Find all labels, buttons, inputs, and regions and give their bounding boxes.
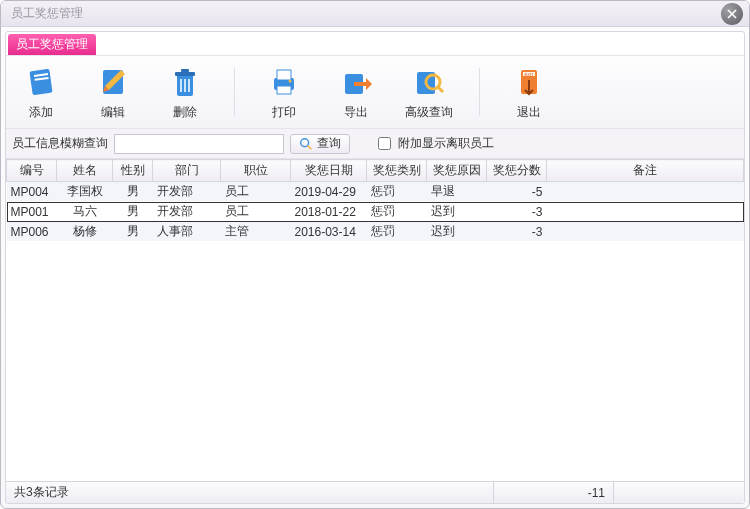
status-sum: -11 xyxy=(494,482,614,503)
cell-id: MP001 xyxy=(7,202,57,222)
cell-remark xyxy=(547,182,744,202)
app-window: 员工奖惩管理 员工奖惩管理 添加 编辑 xyxy=(0,0,750,509)
table-row[interactable]: MP006杨修男人事部主管2016-03-14惩罚迟到-3 xyxy=(7,222,744,242)
cell-gender: 男 xyxy=(113,182,153,202)
toolbar-separator xyxy=(479,68,480,116)
status-spacer xyxy=(614,482,744,503)
column-header[interactable]: 职位 xyxy=(221,160,291,182)
cell-score: -3 xyxy=(487,222,547,242)
search-bar: 员工信息模糊查询 查询 附加显示离职员工 xyxy=(6,129,744,159)
cell-pos: 主管 xyxy=(221,222,291,242)
column-header[interactable]: 备注 xyxy=(547,160,744,182)
svg-line-18 xyxy=(438,87,443,92)
titlebar: 员工奖惩管理 xyxy=(1,1,749,27)
cell-remark xyxy=(547,202,744,222)
cell-pos: 员工 xyxy=(221,202,291,222)
column-header[interactable]: 奖惩原因 xyxy=(427,160,487,182)
cell-reason: 迟到 xyxy=(427,222,487,242)
cell-dept: 人事部 xyxy=(153,222,221,242)
cell-id: MP004 xyxy=(7,182,57,202)
table-header: 编号姓名性别部门职位奖惩日期奖惩类别奖惩原因奖惩分数备注 xyxy=(7,160,744,182)
edit-button[interactable]: 编辑 xyxy=(90,64,136,121)
search-input[interactable] xyxy=(114,134,284,154)
cell-pos: 员工 xyxy=(221,182,291,202)
cell-name: 杨修 xyxy=(57,222,113,242)
column-header[interactable]: 奖惩分数 xyxy=(487,160,547,182)
exit-icon: EXIT xyxy=(511,64,547,100)
cell-gender: 男 xyxy=(113,202,153,222)
export-label: 导出 xyxy=(344,104,368,121)
cell-dept: 开发部 xyxy=(153,182,221,202)
exit-label: 退出 xyxy=(517,104,541,121)
column-header[interactable]: 奖惩类别 xyxy=(367,160,427,182)
content-area: 员工奖惩管理 添加 编辑 xyxy=(1,27,749,508)
print-label: 打印 xyxy=(272,104,296,121)
search-icon xyxy=(411,64,447,100)
add-button[interactable]: 添加 xyxy=(18,64,64,121)
column-header[interactable]: 部门 xyxy=(153,160,221,182)
magnifier-icon xyxy=(299,137,313,151)
query-button[interactable]: 查询 xyxy=(290,134,350,154)
exit-button[interactable]: EXIT 退出 xyxy=(506,64,552,121)
status-count: 共3条记录 xyxy=(6,482,494,503)
add-icon xyxy=(23,64,59,100)
cell-name: 马六 xyxy=(57,202,113,222)
svg-text:EXIT: EXIT xyxy=(525,71,534,76)
svg-rect-9 xyxy=(184,79,186,92)
cell-score: -5 xyxy=(487,182,547,202)
show-left-checkbox[interactable]: 附加显示离职员工 xyxy=(374,134,494,153)
svg-rect-13 xyxy=(277,86,291,94)
svg-point-22 xyxy=(301,138,309,146)
edit-icon xyxy=(95,64,131,100)
close-button[interactable] xyxy=(721,3,743,25)
cell-score: -3 xyxy=(487,202,547,222)
column-header[interactable]: 姓名 xyxy=(57,160,113,182)
cell-gender: 男 xyxy=(113,222,153,242)
cell-name: 李国权 xyxy=(57,182,113,202)
tab-reward-punish[interactable]: 员工奖惩管理 xyxy=(8,34,96,55)
svg-rect-6 xyxy=(175,72,195,76)
add-label: 添加 xyxy=(29,104,53,121)
table-row[interactable]: MP001马六男开发部员工2018-01-22惩罚迟到-3 xyxy=(7,202,744,222)
svg-line-23 xyxy=(308,145,312,149)
edit-label: 编辑 xyxy=(101,104,125,121)
svg-rect-8 xyxy=(180,79,182,92)
svg-point-14 xyxy=(289,79,292,82)
cell-remark xyxy=(547,222,744,242)
table-row[interactable]: MP004李国权男开发部员工2019-04-29惩罚早退-5 xyxy=(7,182,744,202)
svg-rect-12 xyxy=(277,70,291,80)
svg-rect-7 xyxy=(181,69,189,72)
delete-icon xyxy=(167,64,203,100)
advanced-query-button[interactable]: 高级查询 xyxy=(405,64,453,121)
status-bar: 共3条记录 -11 xyxy=(6,481,744,503)
table-body: MP004李国权男开发部员工2019-04-29惩罚早退-5MP001马六男开发… xyxy=(7,182,744,242)
cell-reason: 迟到 xyxy=(427,202,487,222)
svg-rect-2 xyxy=(29,68,52,95)
window-title: 员工奖惩管理 xyxy=(11,5,721,22)
cell-type: 惩罚 xyxy=(367,182,427,202)
export-icon xyxy=(338,64,374,100)
cell-dept: 开发部 xyxy=(153,202,221,222)
delete-button[interactable]: 删除 xyxy=(162,64,208,121)
cell-date: 2016-03-14 xyxy=(291,222,367,242)
column-header[interactable]: 编号 xyxy=(7,160,57,182)
show-left-input[interactable] xyxy=(378,137,391,150)
column-header[interactable]: 性别 xyxy=(113,160,153,182)
toolbar: 添加 编辑 删除 xyxy=(6,55,744,129)
advanced-query-label: 高级查询 xyxy=(405,104,453,121)
cell-date: 2018-01-22 xyxy=(291,202,367,222)
show-left-label: 附加显示离职员工 xyxy=(398,135,494,152)
column-header[interactable]: 奖惩日期 xyxy=(291,160,367,182)
cell-type: 惩罚 xyxy=(367,222,427,242)
svg-rect-10 xyxy=(188,79,190,92)
cell-id: MP006 xyxy=(7,222,57,242)
query-label: 查询 xyxy=(317,135,341,152)
cell-type: 惩罚 xyxy=(367,202,427,222)
toolbar-separator xyxy=(234,68,235,116)
cell-date: 2019-04-29 xyxy=(291,182,367,202)
export-button[interactable]: 导出 xyxy=(333,64,379,121)
print-button[interactable]: 打印 xyxy=(261,64,307,121)
data-table-wrap: 编号姓名性别部门职位奖惩日期奖惩类别奖惩原因奖惩分数备注 MP004李国权男开发… xyxy=(6,159,744,481)
cell-reason: 早退 xyxy=(427,182,487,202)
data-table: 编号姓名性别部门职位奖惩日期奖惩类别奖惩原因奖惩分数备注 MP004李国权男开发… xyxy=(6,159,744,242)
